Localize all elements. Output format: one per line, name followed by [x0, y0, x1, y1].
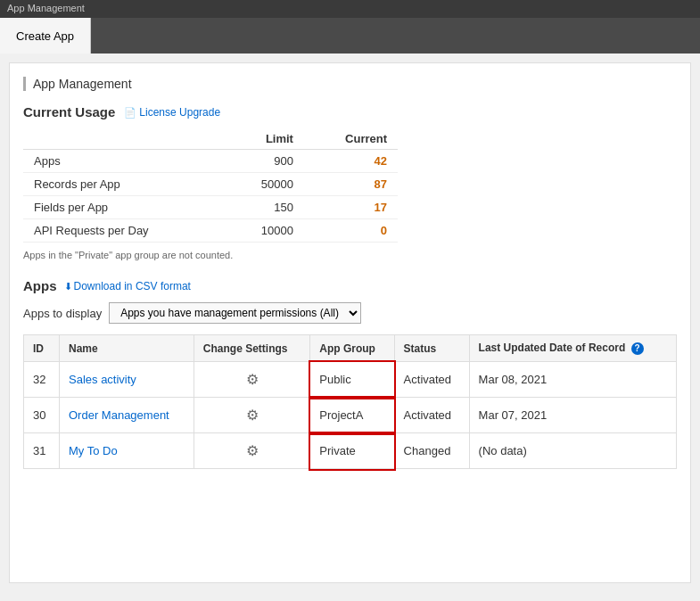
app-status: Activated: [394, 362, 469, 398]
usage-header: Current Usage 📄License Upgrade: [23, 104, 677, 119]
col-header-last-updated: Last Updated Date of Record ?: [469, 335, 676, 362]
usage-current: 0: [304, 219, 398, 243]
usage-limit: 900: [225, 150, 304, 173]
download-icon: ⬇: [64, 281, 72, 292]
main-content: App Management Current Usage 📄License Up…: [9, 62, 691, 583]
usage-table-row: Records per App 50000 87: [23, 173, 398, 196]
usage-title: Current Usage: [23, 104, 115, 119]
apps-header: Apps ⬇Download in CSV format: [23, 278, 677, 293]
page-section-title: App Management: [23, 77, 677, 91]
usage-label: Records per App: [23, 173, 225, 196]
nav-bar: Create App: [0, 18, 700, 54]
apps-display-row: Apps to display Apps you have management…: [23, 302, 677, 324]
usage-current: 42: [304, 150, 398, 173]
download-csv-link[interactable]: ⬇Download in CSV format: [64, 280, 191, 292]
app-name: Sales activity: [60, 362, 194, 398]
col-header-name: Name: [60, 335, 194, 362]
usage-note: Apps in the "Private" app group are not …: [23, 250, 677, 260]
create-app-button[interactable]: Create App: [0, 18, 91, 54]
usage-limit: 50000: [225, 173, 304, 196]
license-icon: 📄: [124, 107, 136, 118]
col-header-limit: Limit: [225, 128, 304, 150]
app-last-updated: (No data): [469, 433, 676, 469]
app-group: Public: [310, 362, 394, 398]
col-header-item: [23, 128, 225, 150]
app-name: My To Do: [60, 433, 194, 469]
app-name: Order Management: [60, 398, 194, 433]
app-change-settings: ⚙: [194, 362, 309, 398]
gear-icon[interactable]: ⚙: [203, 371, 301, 388]
help-icon[interactable]: ?: [631, 342, 644, 355]
usage-label: API Requests per Day: [23, 219, 225, 243]
usage-table-row: API Requests per Day 10000 0: [23, 219, 398, 243]
usage-limit: 10000: [225, 219, 304, 243]
col-header-id: ID: [24, 335, 60, 362]
app-id: 32: [24, 362, 60, 398]
usage-table: Limit Current Apps 900 42 Records per Ap…: [23, 128, 398, 243]
apps-title: Apps: [23, 278, 57, 293]
app-status: Activated: [394, 398, 469, 433]
usage-label: Fields per App: [23, 196, 225, 219]
app-id: 31: [24, 433, 60, 469]
app-group: ProjectA: [310, 398, 394, 433]
app-status: Changed: [394, 433, 469, 469]
col-header-status: Status: [394, 335, 469, 362]
app-id: 30: [24, 398, 60, 433]
app-change-settings: ⚙: [194, 398, 309, 433]
gear-icon[interactable]: ⚙: [203, 407, 301, 424]
usage-current: 17: [304, 196, 398, 219]
col-header-change-settings: Change Settings: [194, 335, 309, 362]
top-bar: App Management: [0, 0, 700, 18]
apps-table-row: 31 My To Do ⚙ Private Changed (No data): [24, 433, 677, 469]
app-last-updated: Mar 07, 2021: [469, 398, 676, 433]
apps-display-label: Apps to display: [23, 307, 102, 320]
col-header-current: Current: [304, 128, 398, 150]
app-change-settings: ⚙: [194, 433, 309, 469]
license-upgrade-link[interactable]: 📄License Upgrade: [124, 106, 220, 119]
usage-limit: 150: [225, 196, 304, 219]
usage-current: 87: [304, 173, 398, 196]
usage-label: Apps: [23, 150, 225, 173]
app-group: Private: [310, 433, 394, 469]
col-header-app-group: App Group: [310, 335, 394, 362]
usage-table-row: Fields per App 150 17: [23, 196, 398, 219]
apps-display-select[interactable]: Apps you have management permissions (Al…: [109, 302, 361, 324]
top-bar-title: App Management: [7, 3, 85, 13]
apps-table: ID Name Change Settings App Group Status…: [23, 334, 677, 469]
usage-table-row: Apps 900 42: [23, 150, 398, 173]
gear-icon[interactable]: ⚙: [203, 442, 301, 459]
apps-table-row: 30 Order Management ⚙ ProjectA Activated…: [24, 398, 677, 433]
apps-table-row: 32 Sales activity ⚙ Public Activated Mar…: [24, 362, 677, 398]
app-last-updated: Mar 08, 2021: [469, 362, 676, 398]
